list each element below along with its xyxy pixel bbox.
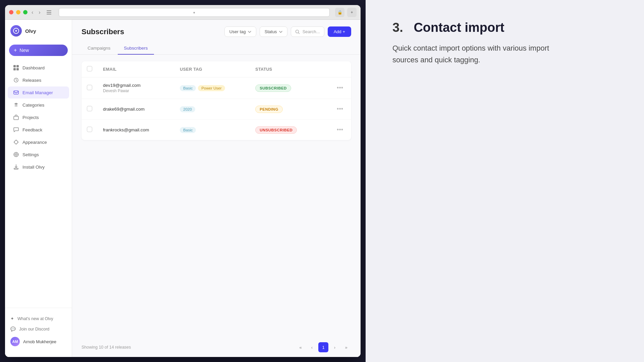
close-button[interactable] <box>9 10 13 14</box>
sidebar-item-email-manager[interactable]: Email Manager <box>8 86 69 99</box>
sidebar-logo: Olvy <box>5 25 72 42</box>
forward-button[interactable]: › <box>37 8 42 17</box>
email-column-header: Email <box>98 61 174 77</box>
tag-badge[interactable]: 2020 <box>180 106 195 112</box>
row-checkbox[interactable] <box>87 106 92 111</box>
page-header: Subscribers User tag Status Search... <box>72 20 361 42</box>
sidebar-footer: ✦ What's new at Olvy 💬 Join our Discord … <box>5 308 72 352</box>
email-primary: frankrocks@gmail.com <box>103 127 169 132</box>
appearance-icon <box>13 139 19 145</box>
svg-point-12 <box>15 154 17 156</box>
tag-badge[interactable]: Basic <box>180 127 196 133</box>
sidebar-item-install-olvy[interactable]: Install Olvy <box>8 161 69 173</box>
user-name: Arnob Mukherjee <box>23 339 56 344</box>
add-button[interactable]: Add + <box>328 26 351 37</box>
logo-text: Olvy <box>25 28 36 34</box>
new-tab-button[interactable]: + <box>347 8 357 17</box>
select-all-checkbox[interactable] <box>87 66 92 71</box>
sidebar-item-appearance[interactable]: Appearance <box>8 136 69 148</box>
prev-page-button[interactable]: ‹ <box>307 342 317 352</box>
settings-icon <box>13 152 19 158</box>
table-row: frankrocks@gmail.comBasicUNSUBSCRIBED••• <box>82 120 351 140</box>
search-icon <box>295 29 300 34</box>
svg-rect-9 <box>14 91 18 94</box>
user-tag-column-header: User tag <box>174 61 250 77</box>
sidebar: Olvy + New Dashboard Releases <box>5 20 72 357</box>
main-content: Subscribers User tag Status Search... <box>72 20 361 357</box>
sidebar-item-feedback[interactable]: Feedback <box>8 124 69 136</box>
sidebar-item-settings[interactable]: Settings <box>8 148 69 161</box>
tag-badge[interactable]: Power User <box>198 85 225 91</box>
email-secondary: Devesh Pawar <box>103 88 169 93</box>
pagination: « ‹ 1 › » <box>296 342 351 352</box>
email-primary: drake69@gmail.com <box>103 107 169 112</box>
feedback-icon <box>13 127 19 133</box>
minimize-button[interactable] <box>16 10 20 14</box>
extension-button[interactable]: 🔒 <box>335 8 344 17</box>
page-1-button[interactable]: 1 <box>318 342 328 352</box>
tab-campaigns[interactable]: Campaigns <box>82 42 116 55</box>
plus-icon: + <box>14 47 17 53</box>
svg-rect-10 <box>14 116 18 120</box>
status-badge: SUBSCRIBED <box>255 84 291 92</box>
url-bar[interactable]: ● <box>59 8 330 17</box>
status-filter[interactable]: Status <box>260 26 287 37</box>
tags-cell: BasicPower User <box>180 85 245 91</box>
tabs: Campaigns Subscribers <box>72 42 361 55</box>
avatar: AM <box>10 337 20 346</box>
new-button[interactable]: + New <box>9 45 68 56</box>
import-heading: 3. Contact import <box>392 20 560 36</box>
more-actions-button[interactable]: ••• <box>334 83 346 93</box>
svg-rect-4 <box>13 65 16 67</box>
svg-rect-5 <box>16 65 19 67</box>
email-manager-icon <box>13 89 19 96</box>
tab-subscribers[interactable]: Subscribers <box>118 42 154 55</box>
email-primary: dev19@gmail.com <box>103 83 169 88</box>
subscribers-table: Email User tag Status dev19@gmail <box>82 61 351 140</box>
sparkle-icon: ✦ <box>10 316 14 321</box>
sidebar-item-releases[interactable]: Releases <box>8 74 69 86</box>
user-profile[interactable]: AM Arnob Mukherjee <box>5 334 72 349</box>
svg-point-11 <box>14 140 18 144</box>
header-actions: User tag Status Search... Add + <box>224 26 351 37</box>
svg-rect-7 <box>16 68 19 70</box>
next-page-button[interactable]: › <box>330 342 340 352</box>
back-button[interactable]: ‹ <box>30 8 35 17</box>
discord-link[interactable]: 💬 Join our Discord <box>5 324 72 334</box>
more-actions-button[interactable]: ••• <box>334 125 346 135</box>
right-panel: 3. Contact import Quick contact import o… <box>366 0 644 362</box>
categories-icon <box>13 102 19 108</box>
status-badge: UNSUBSCRIBED <box>255 126 297 134</box>
dashboard-icon <box>13 65 19 71</box>
first-page-button[interactable]: « <box>296 342 306 352</box>
sidebar-toggle-button[interactable] <box>45 9 53 16</box>
more-actions-button[interactable]: ••• <box>334 104 346 114</box>
table-footer: Showing 10 of 14 releases « ‹ 1 › » <box>72 338 361 357</box>
row-checkbox[interactable] <box>87 127 92 132</box>
sidebar-item-projects[interactable]: Projects <box>8 111 69 123</box>
sidebar-item-dashboard[interactable]: Dashboard <box>8 62 69 74</box>
discord-icon: 💬 <box>10 326 16 331</box>
table-container: Email User tag Status dev19@gmail <box>72 55 361 338</box>
logo-icon <box>10 25 22 37</box>
import-description: Quick contact import options with variou… <box>392 42 560 66</box>
sidebar-item-categories[interactable]: Categories <box>8 99 69 111</box>
last-page-button[interactable]: » <box>341 342 351 352</box>
actions-column-header <box>321 61 351 77</box>
maximize-button[interactable] <box>23 10 28 14</box>
whats-new-link[interactable]: ✦ What's new at Olvy <box>5 313 72 324</box>
svg-rect-0 <box>47 10 51 11</box>
svg-rect-6 <box>13 68 16 70</box>
user-tag-filter[interactable]: User tag <box>224 26 256 37</box>
install-icon <box>13 164 19 170</box>
tags-cell: 2020 <box>180 106 245 112</box>
search-box[interactable]: Search... <box>291 26 324 37</box>
table-row: drake69@gmail.com2020PENDING••• <box>82 99 351 120</box>
projects-icon <box>13 114 19 120</box>
tags-cell: Basic <box>180 127 245 133</box>
status-badge: PENDING <box>255 106 283 113</box>
releases-icon <box>13 77 19 83</box>
row-checkbox[interactable] <box>87 85 92 90</box>
browser-window: ‹ › ● 🔒 + Olvy + New <box>5 5 361 357</box>
tag-badge[interactable]: Basic <box>180 85 196 91</box>
